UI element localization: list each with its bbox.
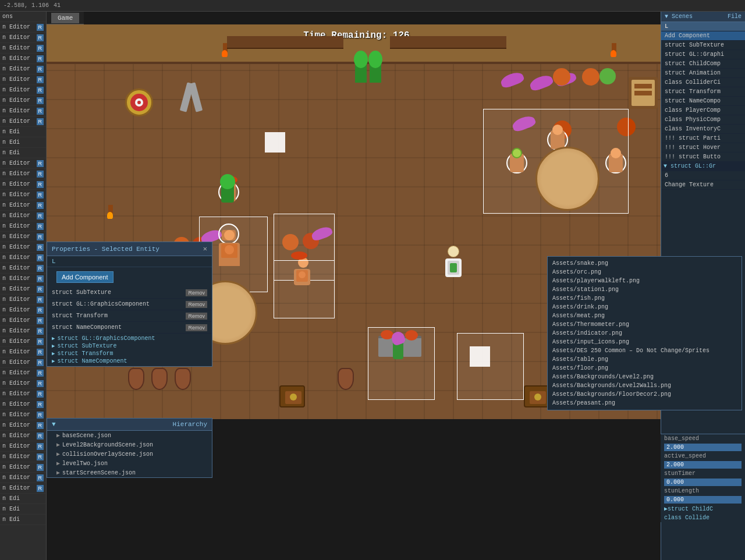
editor-r-btn[interactable]: R xyxy=(37,338,44,345)
editor-r-btn[interactable]: R xyxy=(37,160,44,167)
editor-r-btn[interactable]: R xyxy=(37,223,44,230)
asset-table[interactable]: Assets/table.png xyxy=(548,355,742,364)
game-tab[interactable]: Game xyxy=(51,13,79,23)
hierarchy-item-base[interactable]: baseScene.json xyxy=(47,431,212,440)
tree-transform[interactable]: ▶ struct Transform xyxy=(52,350,207,357)
right-childcomp[interactable]: struct ChildComp xyxy=(661,59,745,69)
right-subtexture[interactable]: struct SubTexture xyxy=(661,41,745,50)
add-component-button[interactable]: Add Component xyxy=(56,271,113,283)
asset-drink[interactable]: Assets/drink.png xyxy=(548,303,742,311)
editor-r-btn[interactable]: R xyxy=(37,118,44,125)
editor-r-btn[interactable]: R xyxy=(37,485,44,492)
asset-input-icons[interactable]: Assets/input_icons.png xyxy=(548,338,742,346)
asset-peasant[interactable]: Assets/peasant.png xyxy=(548,399,742,407)
editor-r-btn[interactable]: R xyxy=(37,349,44,356)
base-speed-value[interactable]: 2.000 xyxy=(664,444,742,451)
asset-backgrounds-level2[interactable]: Assets/Backgrounds/Level2.png xyxy=(548,373,742,381)
asset-backgrounds-level2walls[interactable]: Assets/Backgrounds/Level2Walls.png xyxy=(548,381,742,390)
asset-floor[interactable]: Assets/floor.png xyxy=(548,364,742,373)
remove-subtexture-btn[interactable]: Remov xyxy=(186,289,207,296)
right-hover[interactable]: !!! struct Hover xyxy=(661,143,745,153)
right-particle[interactable]: !!! struct Parti xyxy=(661,134,745,143)
editor-r-btn[interactable]: R xyxy=(37,317,44,324)
editor-r-btn[interactable]: R xyxy=(37,380,44,387)
hierarchy-item-collision[interactable]: collisionOverlayScene.json xyxy=(47,449,212,459)
editor-r-btn[interactable]: R xyxy=(37,275,44,282)
properties-close-btn[interactable]: ✕ xyxy=(203,244,207,253)
editor-r-btn[interactable]: R xyxy=(37,422,44,429)
editor-r-btn[interactable]: R xyxy=(37,307,44,314)
editor-r-btn[interactable]: R xyxy=(37,464,44,471)
editor-r-btn[interactable]: R xyxy=(37,359,44,366)
tree-graphics[interactable]: ▶ struct GL::GraphicsComponent xyxy=(52,335,207,342)
asset-snake[interactable]: Assets/snake.png xyxy=(548,259,742,268)
editor-r-btn[interactable]: R xyxy=(37,453,44,460)
white-square-1 xyxy=(265,132,285,153)
right-change-texture[interactable]: Change Texture xyxy=(661,180,745,190)
right-inventorycomp[interactable]: class InventoryC xyxy=(661,125,745,134)
asset-playerwalkleft[interactable]: Assets/playerwalkleft.png xyxy=(548,277,742,285)
editor-r-btn[interactable]: R xyxy=(37,24,44,31)
asset-backgrounds-floordecor2[interactable]: Assets/Backgrounds/FloorDecor2.png xyxy=(548,390,742,399)
hierarchy-item-level2bg[interactable]: Level2BackgroundScene.json xyxy=(47,440,212,449)
active-speed-value[interactable]: 2.000 xyxy=(664,461,742,469)
editor-r-btn[interactable]: R xyxy=(37,474,44,481)
editor-r-btn[interactable]: R xyxy=(37,412,44,419)
editor-r-btn[interactable]: R xyxy=(37,45,44,52)
stun-length-value[interactable]: 0.000 xyxy=(664,496,742,504)
editor-r-btn[interactable]: R xyxy=(37,97,44,104)
remove-name-btn[interactable]: Remov xyxy=(186,324,207,331)
right-gl-graphics[interactable]: struct GL::Graphi xyxy=(661,50,745,59)
editor-r-btn[interactable]: R xyxy=(37,286,44,293)
asset-station1[interactable]: Assets/station1.png xyxy=(548,285,742,294)
editor-r-btn[interactable]: R xyxy=(37,443,44,450)
right-button[interactable]: !!! struct Butto xyxy=(661,153,745,162)
remove-transform-btn[interactable]: Remov xyxy=(186,313,207,320)
asset-des250[interactable]: Assets/DES 250 Common – Do Not Change/Sp… xyxy=(548,346,742,355)
asset-thermometer[interactable]: Assets/Thermometer.png xyxy=(548,320,742,329)
editor-r-btn[interactable]: R xyxy=(37,244,44,251)
editor-r-btn[interactable]: R xyxy=(37,328,44,335)
editor-r-btn[interactable]: R xyxy=(37,233,44,240)
right-gl-gr-section[interactable]: ▼ struct GL::Gr xyxy=(661,162,745,171)
editor-r-btn[interactable]: R xyxy=(37,181,44,188)
editor-r-btn[interactable]: R xyxy=(37,76,44,83)
child-collide-section[interactable]: ▶ struct ChildC xyxy=(661,504,745,513)
right-transform[interactable]: struct Transform xyxy=(661,87,745,97)
editor-r-btn[interactable]: R xyxy=(37,34,44,41)
editor-r-btn[interactable]: R xyxy=(37,87,44,94)
collider-section[interactable]: class Collide xyxy=(661,513,745,522)
asset-meat[interactable]: Assets/meat.png xyxy=(548,311,742,320)
remove-graphics-btn[interactable]: Remov xyxy=(186,301,207,308)
editor-r-btn[interactable]: R xyxy=(37,391,44,398)
tree-namecomponent[interactable]: ▶ struct NameComponent xyxy=(52,357,207,365)
hierarchy-item-startscreen[interactable]: startScreenScene.json xyxy=(47,468,212,477)
editor-r-btn[interactable]: R xyxy=(37,55,44,62)
editor-r-btn[interactable]: R xyxy=(37,433,44,440)
right-namecomponent[interactable]: struct NameCompo xyxy=(661,97,745,106)
editor-r-btn[interactable]: R xyxy=(37,108,44,115)
asset-indicator[interactable]: Assets/indicator.png xyxy=(548,329,742,338)
editor-r-btn[interactable]: R xyxy=(37,202,44,209)
editor-item-32: n Editor R xyxy=(0,347,46,357)
hierarchy-item-leveltwo[interactable]: levelTwo.json xyxy=(47,459,212,468)
asset-orc[interactable]: Assets/orc.png xyxy=(548,268,742,277)
right-collidercircle[interactable]: class ColliderCi xyxy=(661,78,745,87)
editor-r-btn[interactable]: R xyxy=(37,265,44,272)
editor-r-btn[interactable]: R xyxy=(37,66,44,73)
editor-r-btn[interactable]: R xyxy=(37,296,44,303)
editor-r-btn[interactable]: R xyxy=(37,171,44,178)
tree-subtexture[interactable]: ▶ struct SubTexture xyxy=(52,342,207,350)
editor-r-btn[interactable]: R xyxy=(37,401,44,408)
orc-hat-center xyxy=(291,251,307,260)
editor-r-btn[interactable]: R xyxy=(37,192,44,199)
asset-fish[interactable]: Assets/fish.png xyxy=(548,294,742,303)
right-physiccomp[interactable]: class PhysicComp xyxy=(661,115,745,125)
right-add-component[interactable]: Add Component xyxy=(661,31,745,41)
editor-r-btn[interactable]: R xyxy=(37,254,44,261)
stun-timer-value[interactable]: 0.000 xyxy=(664,479,742,486)
right-animation[interactable]: struct Animation xyxy=(661,69,745,78)
editor-r-btn[interactable]: R xyxy=(37,370,44,377)
editor-r-btn[interactable]: R xyxy=(37,212,44,219)
right-playercomp[interactable]: class PlayerComp xyxy=(661,106,745,115)
